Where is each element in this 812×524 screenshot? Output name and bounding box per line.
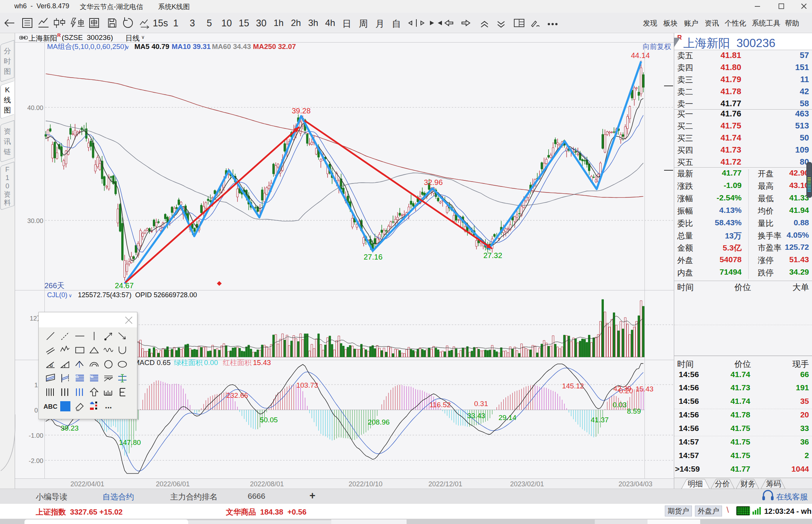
svg-text:MA10 39.31: MA10 39.31 bbox=[172, 43, 211, 50]
svg-text:MA60 34.43: MA60 34.43 bbox=[212, 43, 251, 50]
svg-text:2023/04/03: 2023/04/03 bbox=[619, 480, 652, 488]
svg-text:2022/08/01: 2022/08/01 bbox=[250, 480, 284, 488]
svg-text:24.67: 24.67 bbox=[115, 281, 134, 290]
svg-text:红柱面积: 红柱面积 bbox=[223, 359, 252, 367]
svg-text:208.96: 208.96 bbox=[368, 418, 390, 426]
svg-text:明细: 明细 bbox=[688, 480, 703, 488]
svg-text:40.00: 40.00 bbox=[27, 104, 43, 112]
svg-text:32.96: 32.96 bbox=[424, 178, 443, 186]
svg-text:ABC: ABC bbox=[44, 403, 58, 410]
svg-text:232.66: 232.66 bbox=[226, 391, 248, 399]
svg-text:27.32: 27.32 bbox=[483, 251, 502, 260]
svg-text:8.59: 8.59 bbox=[627, 407, 641, 415]
svg-text:103.73: 103.73 bbox=[296, 381, 318, 389]
svg-text:CJL(0): CJL(0) bbox=[47, 291, 67, 299]
svg-text:30.00: 30.00 bbox=[27, 217, 43, 225]
svg-text:向前复权: 向前复权 bbox=[643, 43, 671, 50]
svg-text:G: G bbox=[50, 363, 53, 368]
svg-text:绿柱面积: 绿柱面积 bbox=[174, 359, 203, 367]
svg-text:MACD 0.65: MACD 0.65 bbox=[134, 359, 171, 367]
svg-text:财务: 财务 bbox=[740, 480, 756, 488]
svg-text:39.28: 39.28 bbox=[292, 107, 311, 115]
svg-text:MA250 32.07: MA250 32.07 bbox=[253, 43, 296, 50]
svg-text:266天: 266天 bbox=[44, 281, 64, 290]
svg-text:116.52: 116.52 bbox=[430, 401, 451, 409]
svg-text:147.80: 147.80 bbox=[119, 438, 141, 446]
svg-text:2022/10/10: 2022/10/10 bbox=[349, 480, 382, 488]
svg-text:27.16: 27.16 bbox=[364, 253, 382, 261]
svg-text:41.37: 41.37 bbox=[591, 416, 609, 424]
svg-text:0.00: 0.00 bbox=[204, 359, 218, 367]
svg-text:15.43: 15.43 bbox=[253, 359, 271, 367]
svg-text:15.43: 15.43 bbox=[635, 385, 654, 393]
svg-text:筹码: 筹码 bbox=[766, 480, 781, 488]
svg-text:2022/06/01: 2022/06/01 bbox=[156, 480, 190, 488]
svg-text:分价: 分价 bbox=[715, 480, 730, 488]
svg-text:2023/02/01: 2023/02/01 bbox=[510, 480, 544, 488]
svg-text:∨: ∨ bbox=[125, 44, 129, 50]
svg-text:33.43: 33.43 bbox=[467, 412, 485, 420]
svg-text:∨: ∨ bbox=[69, 293, 72, 298]
svg-text:125572.75(43:57) OPID 5266697: 125572.75(43:57) OPID 526669728.00 bbox=[78, 291, 197, 299]
svg-text:-1.00: -1.00 bbox=[29, 432, 43, 439]
svg-text:29.14: 29.14 bbox=[498, 414, 516, 422]
svg-text:2022/12/01: 2022/12/01 bbox=[428, 480, 462, 488]
svg-text:0.03: 0.03 bbox=[613, 401, 627, 409]
svg-text:2022/04/01: 2022/04/01 bbox=[70, 480, 104, 488]
svg-text:50.05: 50.05 bbox=[260, 416, 278, 424]
svg-text:39.23: 39.23 bbox=[61, 424, 79, 432]
svg-text:145.12: 145.12 bbox=[562, 382, 584, 390]
svg-text:0.31: 0.31 bbox=[474, 400, 488, 408]
svg-text:0.20: 0.20 bbox=[619, 387, 633, 395]
svg-text:44.14: 44.14 bbox=[631, 51, 650, 60]
svg-text:MA组合(5,10,0,0,60,250): MA组合(5,10,0,0,60,250) bbox=[47, 43, 126, 50]
svg-text:%: % bbox=[90, 375, 93, 379]
svg-text:MA5 40.79: MA5 40.79 bbox=[134, 43, 169, 50]
svg-text:-2.00: -2.00 bbox=[29, 457, 43, 464]
svg-text:G: G bbox=[76, 375, 79, 379]
svg-text:...: ... bbox=[105, 401, 112, 410]
